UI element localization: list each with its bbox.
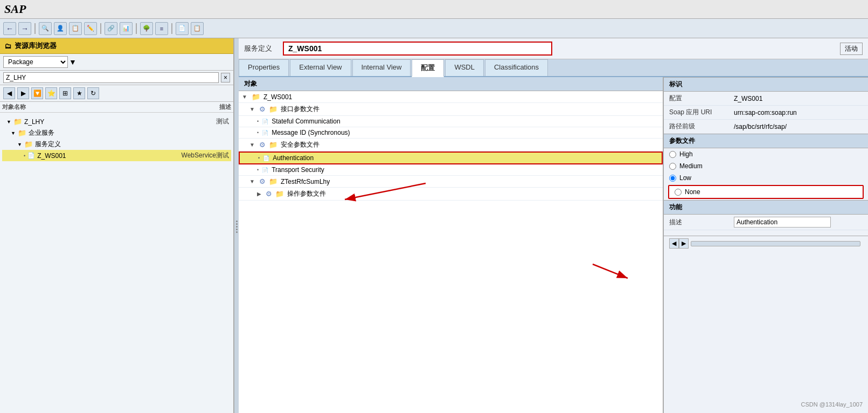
file-icon: 📄	[27, 152, 35, 159]
clear-button[interactable]: ×	[221, 73, 230, 82]
chart-button[interactable]: 📊	[120, 22, 133, 35]
radio-medium[interactable]	[669, 163, 676, 170]
expand-icon: ▶	[257, 191, 261, 197]
gear-folder-icon: ⚙	[266, 190, 272, 198]
refresh-button[interactable]: ↻	[87, 87, 99, 99]
sap-logo: SAP	[4, 2, 26, 16]
ct-item-zws001[interactable]: ▼ 📁 Z_WS001	[239, 91, 663, 103]
params-section-header: 参数文件	[664, 134, 868, 148]
ct-item-transport[interactable]: • 📄 Transport Security	[239, 164, 663, 176]
func-section-header: 功能	[664, 200, 868, 215]
grid-button[interactable]: ⊞	[59, 87, 71, 99]
resize-dot	[236, 226, 238, 228]
scroll-left-button[interactable]: ◀	[669, 238, 679, 249]
folder-icon: 📁	[269, 105, 277, 113]
tree-item-label: Z_LHY	[24, 118, 44, 126]
tree-item-enterprise-services[interactable]: ▼ 📁 企业服务	[2, 127, 231, 139]
tab-external-view[interactable]: External View	[290, 59, 351, 76]
forward-button[interactable]: →	[18, 22, 31, 35]
filter-row: Z_LHY ×	[0, 71, 233, 85]
desc-input[interactable]	[734, 217, 831, 228]
radio-none-label: None	[685, 188, 700, 196]
soap-value: urn:sap-com:soap:run	[734, 109, 797, 116]
ct-item-stateful[interactable]: • 📄 Stateful Communication	[239, 116, 663, 127]
desc-label: 描述	[669, 218, 734, 227]
page-button[interactable]: 📄	[176, 22, 189, 35]
expand-icon: ▼	[249, 142, 255, 148]
left-panel: 🗂 资源库浏览器 Package ▼ Z_LHY × ◀ ▶ 🔽 ⭐ ⊞ ★ ↻…	[0, 38, 234, 413]
bullet: •	[24, 153, 25, 159]
user-button[interactable]: 👤	[54, 22, 67, 35]
folder-icon: 📁	[252, 93, 260, 101]
toolbar-separator-3	[136, 23, 137, 34]
ct-item-authentication[interactable]: • 📄 Authentication	[239, 152, 663, 164]
params-section: 参数文件 High Medium Low	[664, 134, 868, 199]
file-icon: 📄	[263, 155, 269, 161]
tab-classifications[interactable]: Classifications	[485, 59, 548, 76]
center-tree-header: 对象	[239, 77, 663, 91]
tree-item-label: 服务定义	[35, 140, 61, 149]
prev-button[interactable]: ◀	[3, 87, 15, 99]
tree-item-zws001[interactable]: • 📄 Z_WS001 WebService测试	[2, 150, 231, 161]
tab-config[interactable]: 配置	[412, 59, 444, 77]
dropdown-arrow[interactable]: ▼	[69, 58, 77, 66]
filter-input[interactable]: Z_LHY	[3, 72, 219, 83]
ct-item-ztestrfc[interactable]: ▼ ⚙ 📁 ZTestRfcSumLhy	[239, 176, 663, 188]
radio-low[interactable]	[669, 175, 676, 182]
bookmark-button[interactable]: ⭐	[45, 87, 57, 99]
folder-icon: 📁	[275, 190, 284, 198]
scrollbar-track[interactable]	[691, 241, 860, 246]
tab-properties[interactable]: Properties	[239, 59, 289, 76]
next-button[interactable]: ▶	[17, 87, 29, 99]
service-name-field: Z_WS001	[283, 42, 552, 56]
center-tree: 对象 ▼ 📁 Z_WS001 ▼ ⚙ 📁 接口参数文件 •	[239, 77, 663, 413]
service-def-label: 服务定义	[244, 44, 272, 53]
package-dropdown[interactable]: Package	[3, 56, 68, 68]
gear-folder-icon: ⚙	[259, 141, 266, 149]
desc-row: 描述	[664, 215, 868, 230]
path-row: 路径前级 /sap/bc/srt/rfc/sap/	[664, 120, 868, 134]
bullet: •	[257, 119, 259, 124]
file-icon: 📄	[262, 130, 268, 136]
ct-label: 接口参数文件	[281, 105, 320, 114]
tab-wsdl[interactable]: WSDL	[445, 59, 484, 76]
ct-item-messageid[interactable]: • 📄 Message ID (Synchronous)	[239, 127, 663, 139]
ct-item-security-params[interactable]: ▼ ⚙ 📁 安全参数文件	[239, 139, 663, 152]
menu-button[interactable]: ≡	[155, 22, 168, 35]
ct-item-interface-params[interactable]: ▼ ⚙ 📁 接口参数文件	[239, 103, 663, 116]
radio-high[interactable]	[669, 151, 676, 158]
scroll-right-button[interactable]: ▶	[679, 238, 689, 249]
resize-handle[interactable]	[234, 38, 239, 413]
tree-item-service-def[interactable]: ▼ 📁 服务定义	[2, 139, 231, 150]
doc-button[interactable]: 📋	[69, 22, 82, 35]
filter-button[interactable]: 🔽	[31, 87, 43, 99]
radio-low-label: Low	[679, 174, 691, 182]
header-icon: 🗂	[4, 42, 11, 50]
func-section: 功能 描述	[664, 200, 868, 230]
config-row: 配置 Z_WS001	[664, 92, 868, 106]
tree-item-desc: WebService测试	[182, 151, 229, 160]
clipboard-button[interactable]: 📋	[191, 22, 204, 35]
resize-dot	[236, 231, 238, 233]
folder-icon: 📁	[18, 129, 26, 137]
repository-browser-label: 资源库浏览器	[15, 41, 57, 51]
config-value: Z_WS001	[734, 95, 762, 102]
expand-icon: ▼	[249, 106, 255, 112]
ct-label: Authentication	[273, 154, 314, 162]
ct-item-operation-params[interactable]: ▶ ⚙ 📁 操作参数文件	[239, 188, 663, 201]
back-button[interactable]: ←	[3, 22, 16, 35]
radio-none[interactable]	[675, 189, 682, 196]
tree-item-zlhy[interactable]: ▼ 📁 Z_LHY 测试	[2, 116, 231, 127]
edit-button[interactable]: ✏️	[84, 22, 97, 35]
link-button[interactable]: 🔗	[105, 22, 117, 35]
tree-item-desc: 测试	[216, 117, 229, 126]
tab-bar: Properties External View Internal View 配…	[239, 59, 868, 77]
expand-icon: ▼	[11, 130, 16, 136]
id-section-header: 标识	[664, 77, 868, 92]
radio-low-row: Low	[664, 172, 868, 184]
tree-button[interactable]: 🌳	[140, 22, 153, 35]
right-panel: 服务定义 Z_WS001 活动 Properties External View…	[239, 38, 868, 413]
star-button[interactable]: ★	[73, 87, 85, 99]
tab-internal-view[interactable]: Internal View	[352, 59, 411, 76]
search-button[interactable]: 🔍	[39, 22, 52, 35]
